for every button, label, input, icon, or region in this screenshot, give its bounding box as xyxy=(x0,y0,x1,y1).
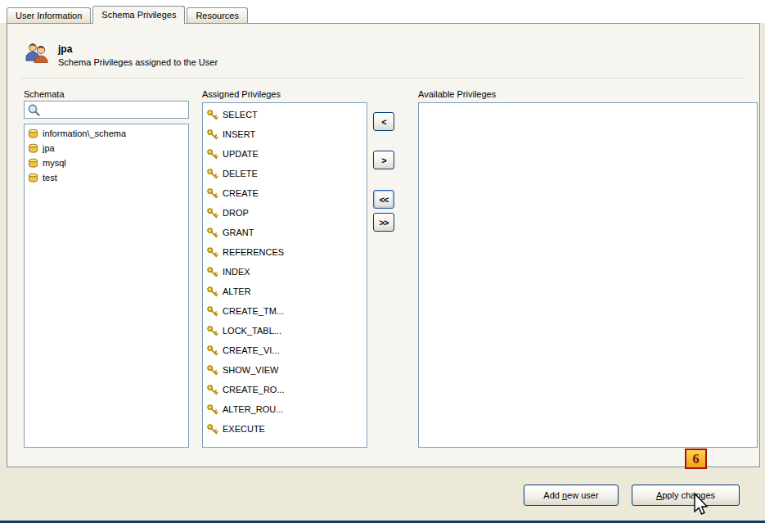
schema-list-item[interactable]: jpa xyxy=(25,141,188,156)
header-separator xyxy=(20,78,746,79)
privilege-key-icon xyxy=(206,364,218,376)
schema-search-box xyxy=(24,101,189,119)
privilege-list-item[interactable]: REFERENCES xyxy=(203,242,367,262)
add-new-user-label: Add xyxy=(543,490,562,500)
privilege-key-icon xyxy=(206,227,218,239)
privilege-list-item[interactable]: INSERT xyxy=(203,124,367,144)
tab-schema-privileges[interactable]: Schema Privileges xyxy=(92,6,185,24)
privilege-key-icon xyxy=(206,404,218,416)
tab-user-information[interactable]: User Information xyxy=(7,7,91,23)
privilege-key-icon xyxy=(206,128,218,141)
privilege-key-icon xyxy=(206,305,218,318)
available-privileges-label: Available Privileges xyxy=(418,89,496,99)
privilege-list-item[interactable]: SHOW_VIEW xyxy=(203,360,367,380)
schema-list-item[interactable]: mysql xyxy=(25,156,188,170)
privilege-list-item[interactable]: UPDATE xyxy=(203,144,367,164)
schema-name: test xyxy=(43,173,57,183)
move-all-right-button[interactable]: >> xyxy=(373,213,394,232)
database-icon xyxy=(28,128,38,139)
privilege-list-item[interactable]: GRANT xyxy=(203,223,367,242)
assigned-privileges-list[interactable]: SELECT INSERT UPDATE xyxy=(202,102,367,448)
schema-name: mysql xyxy=(43,158,66,168)
schemata-label: Schemata xyxy=(24,89,65,99)
schema-list-item[interactable]: test xyxy=(25,170,188,185)
apply-changes-button[interactable]: Apply changes xyxy=(632,485,740,506)
schema-list-item[interactable]: information\_schema xyxy=(25,126,188,141)
privilege-name: UPDATE xyxy=(223,149,259,159)
search-icon xyxy=(27,103,41,117)
assigned-privileges-label: Assigned Privileges xyxy=(202,89,281,99)
privilege-list-item[interactable]: LOCK_TABL... xyxy=(203,321,367,340)
privilege-name: EXECUTE xyxy=(223,424,265,434)
user-name-title: jpa xyxy=(58,42,218,55)
database-icon xyxy=(28,158,38,169)
privilege-name: SHOW_VIEW xyxy=(223,365,278,375)
privilege-name: LOCK_TABL... xyxy=(223,326,281,336)
privilege-key-icon xyxy=(206,345,218,357)
privilege-key-icon xyxy=(206,384,218,396)
privilege-name: INSERT xyxy=(223,129,255,139)
privilege-name: CREATE_TM... xyxy=(223,306,284,316)
privilege-list-item[interactable]: SELECT xyxy=(203,105,367,124)
privilege-name: SELECT xyxy=(223,110,258,119)
privilege-list-item[interactable]: DROP xyxy=(203,203,367,223)
privilege-key-icon xyxy=(206,423,218,435)
privilege-key-icon xyxy=(206,168,218,180)
privilege-key-icon xyxy=(206,148,218,160)
privilege-list-item[interactable]: CREATE xyxy=(203,183,367,203)
privilege-key-icon xyxy=(206,286,218,298)
privilege-key-icon xyxy=(206,109,218,121)
available-privileges-list[interactable] xyxy=(418,102,758,448)
step-annotation-badge: 6 xyxy=(685,449,707,469)
move-all-left-button[interactable]: << xyxy=(373,190,394,209)
privilege-list-item[interactable]: DELETE xyxy=(203,164,367,183)
privilege-list-item[interactable]: CREATE_RO... xyxy=(203,380,367,399)
privilege-name: CREATE_RO... xyxy=(223,385,285,394)
privilege-name: DROP xyxy=(223,208,249,218)
privilege-name: DELETE xyxy=(223,169,258,178)
schema-search-input[interactable] xyxy=(44,102,185,117)
privilege-name: REFERENCES xyxy=(223,247,284,257)
privilege-list-item[interactable]: CREATE_VI... xyxy=(203,340,367,360)
add-new-user-button[interactable]: Add new user xyxy=(524,485,619,506)
move-left-button[interactable]: < xyxy=(373,112,394,131)
users-icon xyxy=(24,42,50,63)
privilege-key-icon xyxy=(206,246,218,259)
privilege-name: CREATE xyxy=(223,188,259,198)
privilege-list-item[interactable]: CREATE_TM... xyxy=(203,301,367,321)
panel-header: jpa Schema Privileges assigned to the Us… xyxy=(24,42,218,67)
database-icon xyxy=(28,143,38,154)
privilege-name: ALTER_ROU... xyxy=(223,404,283,414)
privilege-name: CREATE_VI... xyxy=(223,345,279,355)
privilege-list-item[interactable]: INDEX xyxy=(203,262,367,282)
privilege-name: ALTER xyxy=(223,286,251,296)
move-right-button[interactable]: > xyxy=(373,151,394,169)
privilege-key-icon xyxy=(206,207,218,219)
panel-subtitle: Schema Privileges assigned to the User xyxy=(58,57,218,67)
privilege-key-icon xyxy=(206,325,218,337)
schema-name: jpa xyxy=(43,143,55,153)
schema-privileges-panel: jpa Schema Privileges assigned to the Us… xyxy=(7,23,760,467)
privilege-name: INDEX xyxy=(223,267,250,277)
privilege-key-icon xyxy=(206,187,218,200)
tab-resources[interactable]: Resources xyxy=(187,7,248,23)
tab-bar: User Information Schema Privileges Resou… xyxy=(7,6,250,24)
privilege-list-item[interactable]: EXECUTE xyxy=(203,419,367,439)
privilege-key-icon xyxy=(206,266,218,278)
privilege-name: GRANT xyxy=(223,228,254,237)
schemata-list[interactable]: information\_schema jpa mysql xyxy=(24,124,189,448)
mouse-cursor-icon xyxy=(691,492,709,516)
database-icon xyxy=(28,173,38,183)
window-bottom-area xyxy=(0,523,765,532)
privilege-list-item[interactable]: ALTER xyxy=(203,282,367,301)
schema-name: information\_schema xyxy=(43,128,126,138)
privilege-list-item[interactable]: ALTER_ROU... xyxy=(203,399,367,419)
